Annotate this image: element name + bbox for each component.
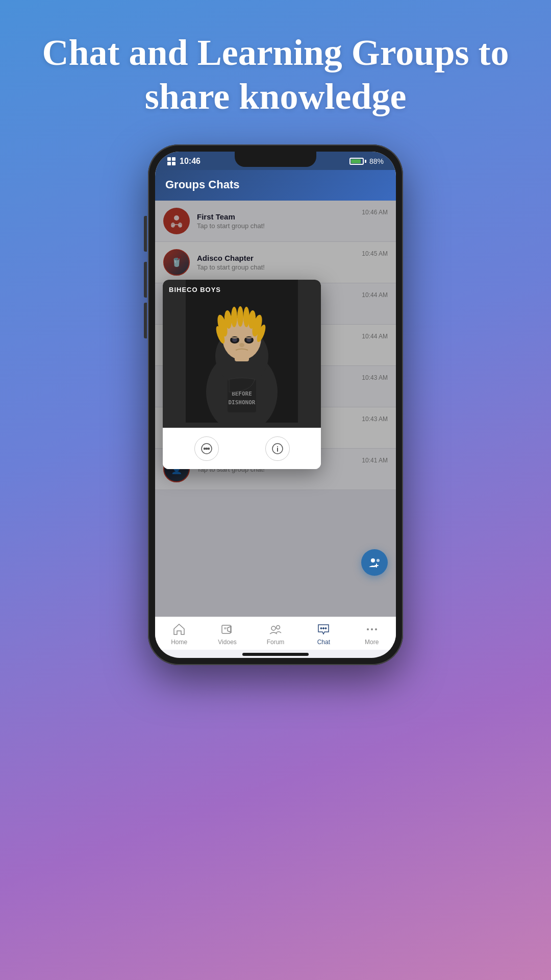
svg-point-56 (371, 628, 373, 630)
nav-label-forum: Forum (267, 639, 285, 646)
popup-image: BIHECO BOYS (163, 280, 321, 428)
nav-item-more[interactable]: More (354, 622, 390, 646)
more-icon (365, 622, 379, 636)
svg-point-41 (208, 448, 209, 449)
nav-item-videos[interactable]: Vidoes (210, 622, 245, 646)
svg-point-33 (246, 338, 252, 342)
svg-point-40 (206, 448, 207, 449)
status-left: 10:46 (167, 157, 201, 166)
svg-point-51 (276, 625, 280, 629)
svg-point-32 (232, 338, 237, 342)
forum-icon (268, 622, 283, 636)
svg-point-34 (239, 343, 244, 347)
svg-point-45 (371, 558, 375, 562)
nav-label-videos: Vidoes (218, 639, 236, 646)
home-icon (172, 622, 186, 636)
svg-point-24 (237, 306, 243, 327)
svg-text:DISHONOR: DISHONOR (229, 399, 256, 406)
phone-screen: 10:46 88% Groups Chats (155, 152, 396, 658)
nav-item-home[interactable]: Home (161, 622, 197, 646)
chat-action-button[interactable] (194, 436, 219, 461)
add-group-button[interactable] (361, 549, 388, 576)
video-icon (220, 622, 235, 636)
chat-list: First Team Tap to start group chat! 10:4… (155, 201, 396, 617)
svg-point-23 (231, 307, 237, 327)
svg-point-55 (367, 628, 369, 630)
svg-point-53 (323, 627, 324, 629)
svg-point-57 (375, 628, 377, 630)
popup-overlay: BIHECO BOYS (155, 201, 396, 617)
windows-icon (167, 157, 176, 165)
svg-point-46 (377, 559, 380, 562)
svg-point-52 (320, 627, 322, 629)
home-indicator (242, 653, 309, 656)
nav-item-forum[interactable]: Forum (258, 622, 293, 646)
nav-label-more: More (365, 639, 379, 646)
nav-item-chat[interactable]: Chat (306, 622, 341, 646)
svg-point-25 (243, 307, 249, 327)
popup-card[interactable]: BIHECO BOYS (163, 280, 321, 469)
svg-point-50 (271, 626, 276, 630)
popup-title: BIHECO BOYS (169, 286, 221, 293)
info-action-button[interactable] (265, 436, 290, 461)
headline: Chat and Learning Groups to share knowle… (0, 0, 551, 139)
phone-frame: 10:46 88% Groups Chats (148, 144, 403, 665)
svg-point-54 (325, 627, 327, 629)
nav-label-chat: Chat (317, 639, 330, 646)
status-right: 88% (349, 157, 384, 165)
svg-rect-47 (222, 625, 231, 633)
bottom-nav: Home Vidoes (155, 617, 396, 650)
nav-label-home: Home (171, 639, 187, 646)
app-header-title: Groups Chats (165, 178, 386, 191)
svg-rect-49 (224, 627, 227, 629)
chat-icon (316, 622, 331, 636)
battery-percent: 88% (369, 157, 384, 165)
status-bar: 10:46 88% (155, 152, 396, 170)
battery-icon (349, 158, 366, 165)
app-header: Groups Chats (155, 170, 396, 201)
status-time: 10:46 (180, 157, 201, 166)
popup-actions (163, 428, 321, 469)
svg-point-39 (204, 448, 205, 449)
